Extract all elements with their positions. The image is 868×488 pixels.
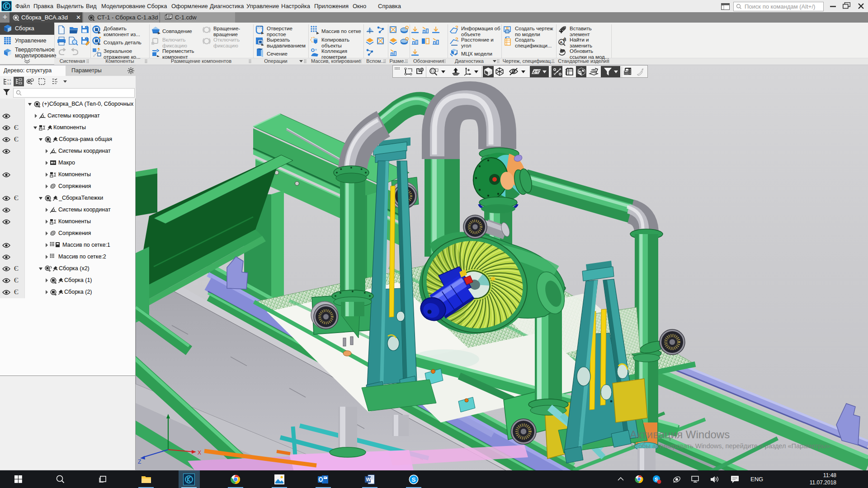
svg-text:X: X (198, 450, 201, 456)
svg-text:Активация Windows: Активация Windows (630, 428, 730, 441)
svg-text:S: S (412, 476, 416, 483)
svg-text:1:1: 1:1 (7, 79, 11, 81)
svg-text:В: В (563, 38, 566, 42)
svg-text:?: ? (455, 37, 458, 42)
svg-text:?: ? (455, 25, 458, 30)
svg-text:А: А (560, 40, 563, 45)
svg-text:Z: Z (138, 459, 141, 465)
svg-text:W: W (366, 477, 371, 482)
svg-text:1:2: 1:2 (7, 82, 11, 85)
svg-text:Чтобы активировать Windows, пе: Чтобы активировать Windows, перейдите в … (631, 442, 832, 450)
